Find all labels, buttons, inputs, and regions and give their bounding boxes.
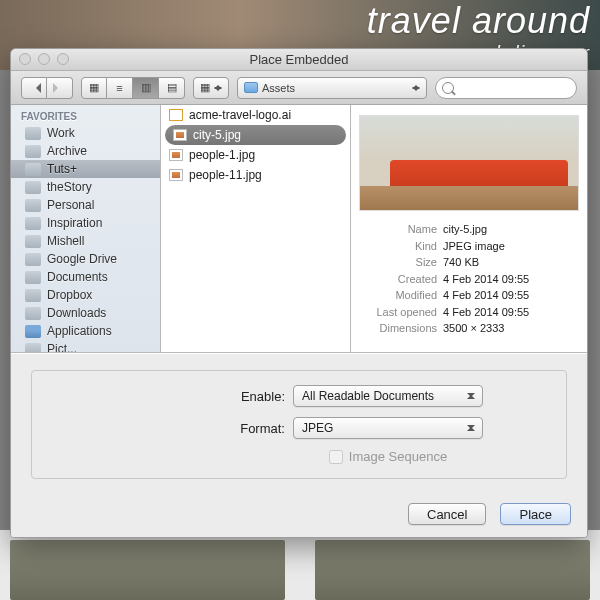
file-name: people-11.jpg: [189, 168, 262, 182]
options-panel: Enable: All Readable Documents Format: J…: [11, 353, 587, 495]
enable-label: Enable:: [115, 389, 285, 404]
meta-value: 4 Feb 2014 09:55: [443, 304, 529, 321]
file-column: acme-travel-logo.aicity-5.jpgpeople-1.jp…: [161, 105, 351, 352]
meta-key: Modified: [359, 287, 437, 304]
format-label: Format:: [115, 421, 285, 436]
back-button[interactable]: [21, 77, 47, 99]
sidebar-item-archive[interactable]: Archive: [11, 142, 160, 160]
folder-icon: [25, 163, 41, 176]
sidebar-item-label: Applications: [47, 324, 112, 338]
titlebar: Place Embedded: [11, 49, 587, 71]
file-row[interactable]: acme-travel-logo.ai: [161, 105, 350, 125]
meta-row: KindJPEG image: [359, 238, 579, 255]
place-embedded-dialog: Place Embedded ▦ ≡ ▥ ▤ ▦ Assets FAVORITE…: [10, 48, 588, 538]
meta-row: Size740 KB: [359, 254, 579, 271]
view-icon-button[interactable]: ▦: [81, 77, 107, 99]
folder-icon: [25, 235, 41, 248]
sidebar-item-google-drive[interactable]: Google Drive: [11, 250, 160, 268]
sidebar-item-label: Mishell: [47, 234, 84, 248]
meta-value: 4 Feb 2014 09:55: [443, 271, 529, 288]
meta-key: Kind: [359, 238, 437, 255]
sidebar-item-applications[interactable]: Applications: [11, 322, 160, 340]
path-select[interactable]: Assets: [237, 77, 427, 99]
sidebar-item-label: Tuts+: [47, 162, 77, 176]
search-input[interactable]: [435, 77, 577, 99]
minimize-icon[interactable]: [38, 53, 50, 65]
view-list-button[interactable]: ≡: [107, 77, 133, 99]
folder-icon: [244, 82, 258, 93]
sidebar-item-label: Google Drive: [47, 252, 117, 266]
sidebar-item-work[interactable]: Work: [11, 124, 160, 142]
meta-value: 740 KB: [443, 254, 479, 271]
forward-button[interactable]: [47, 77, 73, 99]
sidebar-item-inspiration[interactable]: Inspiration: [11, 214, 160, 232]
folder-icon: [25, 307, 41, 320]
sidebar-item-label: Work: [47, 126, 75, 140]
sidebar-item-thestory[interactable]: theStory: [11, 178, 160, 196]
zoom-icon[interactable]: [57, 53, 69, 65]
meta-key: Name: [359, 221, 437, 238]
folder-icon: [25, 217, 41, 230]
meta-row: Last opened4 Feb 2014 09:55: [359, 304, 579, 321]
folder-icon: [25, 343, 41, 353]
file-row[interactable]: people-11.jpg: [161, 165, 350, 185]
meta-value: city-5.jpg: [443, 221, 487, 238]
folder-icon: [25, 127, 41, 140]
preview-pane: Namecity-5.jpgKindJPEG imageSize740 KBCr…: [351, 105, 587, 352]
meta-row: Namecity-5.jpg: [359, 221, 579, 238]
folder-icon: [25, 271, 41, 284]
window-title: Place Embedded: [249, 52, 348, 67]
sidebar-item-dropbox[interactable]: Dropbox: [11, 286, 160, 304]
sidebar-item-downloads[interactable]: Downloads: [11, 304, 160, 322]
enable-select[interactable]: All Readable Documents: [293, 385, 483, 407]
file-icon: [173, 129, 187, 141]
file-name: people-1.jpg: [189, 148, 255, 162]
file-row[interactable]: city-5.jpg: [165, 125, 346, 145]
place-button[interactable]: Place: [500, 503, 571, 525]
preview-image: [359, 115, 579, 211]
meta-row: Dimensions3500 × 2333: [359, 320, 579, 337]
meta-key: Last opened: [359, 304, 437, 321]
app-icon: [25, 325, 41, 338]
file-row[interactable]: people-1.jpg: [161, 145, 350, 165]
sidebar-item-tuts-[interactable]: Tuts+: [11, 160, 160, 178]
meta-value: 3500 × 2333: [443, 320, 504, 337]
sidebar-item-label: Inspiration: [47, 216, 102, 230]
toolbar: ▦ ≡ ▥ ▤ ▦ Assets: [11, 71, 587, 105]
cancel-button[interactable]: Cancel: [408, 503, 486, 525]
arrange-select[interactable]: ▦: [193, 77, 229, 99]
format-select[interactable]: JPEG: [293, 417, 483, 439]
sidebar-item-documents[interactable]: Documents: [11, 268, 160, 286]
sidebar-item-label: Personal: [47, 198, 94, 212]
meta-key: Dimensions: [359, 320, 437, 337]
meta-row: Created4 Feb 2014 09:55: [359, 271, 579, 288]
sidebar: FAVORITES WorkArchiveTuts+theStoryPerson…: [11, 105, 161, 352]
meta-value: JPEG image: [443, 238, 505, 255]
view-column-button[interactable]: ▥: [133, 77, 159, 99]
meta-key: Size: [359, 254, 437, 271]
folder-icon: [25, 253, 41, 266]
sidebar-item-pict-[interactable]: Pict...: [11, 340, 160, 352]
image-sequence-checkbox[interactable]: Image Sequence: [329, 449, 447, 464]
folder-icon: [25, 145, 41, 158]
sidebar-item-label: Archive: [47, 144, 87, 158]
path-label: Assets: [262, 82, 295, 94]
sidebar-header: FAVORITES: [11, 105, 160, 124]
close-icon[interactable]: [19, 53, 31, 65]
sidebar-item-personal[interactable]: Personal: [11, 196, 160, 214]
meta-row: Modified4 Feb 2014 09:55: [359, 287, 579, 304]
sidebar-item-label: Downloads: [47, 306, 106, 320]
dialog-footer: Cancel Place: [11, 495, 587, 537]
file-name: city-5.jpg: [193, 128, 241, 142]
view-coverflow-button[interactable]: ▤: [159, 77, 185, 99]
file-icon: [169, 109, 183, 121]
folder-icon: [25, 199, 41, 212]
file-icon: [169, 169, 183, 181]
sidebar-item-label: theStory: [47, 180, 92, 194]
file-name: acme-travel-logo.ai: [189, 108, 291, 122]
sidebar-item-label: Dropbox: [47, 288, 92, 302]
sidebar-item-label: Documents: [47, 270, 108, 284]
folder-icon: [25, 181, 41, 194]
sidebar-item-label: Pict...: [47, 342, 77, 352]
sidebar-item-mishell[interactable]: Mishell: [11, 232, 160, 250]
